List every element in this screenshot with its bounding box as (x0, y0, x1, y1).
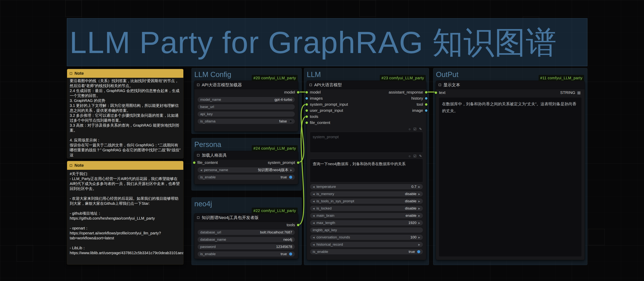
user-prompt-textarea[interactable]: 查询一下neo4j数据库，刘备和孙尚香在数据库中的关系 (310, 159, 423, 182)
widget-is-tools-in-sys-prompt[interactable]: is_tools_in_sys_prompt disable (310, 198, 423, 204)
collapse-icon[interactable] (197, 154, 200, 156)
widget-is-locked[interactable]: is_locked disable (310, 205, 423, 211)
port-dot[interactable] (306, 109, 308, 112)
toggle-off-icon[interactable] (289, 120, 292, 123)
note-header[interactable]: Note (67, 69, 183, 78)
output-port-history[interactable]: history (411, 96, 426, 101)
edit-icon[interactable]: ✎ (419, 154, 422, 158)
edit-icon[interactable]: ✎ (419, 127, 422, 131)
checkbox-icon[interactable]: ☑ (414, 154, 416, 158)
port-dot[interactable] (306, 97, 308, 100)
input-port-model[interactable]: model (307, 90, 321, 95)
note-body[interactable]: 要沿着图中的线（关系）找到答案，比如找到“爱因斯坦”的节点，然后沿着“老师”的线… (67, 77, 183, 157)
node-header[interactable]: 显示文本 (436, 81, 584, 89)
port-dot[interactable] (306, 122, 308, 124)
port-dot[interactable] (193, 161, 196, 164)
widget-label: persona_name (204, 168, 228, 172)
widget-historical-record[interactable]: historical_record (310, 242, 423, 247)
toggle-on-icon[interactable] (289, 176, 292, 179)
node-persona-loader[interactable]: #24 comfyui_LLM_party 加载人格面具 file_conten… (194, 151, 298, 184)
output-port-image[interactable]: image (412, 108, 426, 113)
collapse-icon[interactable] (70, 72, 72, 75)
node-api-llm[interactable]: #23 comfyui_LLM_party API大语言模型 model ass… (306, 81, 426, 260)
node-header[interactable]: API大语言模型加载器 (194, 81, 298, 89)
widget-is-enable[interactable]: is_enable true (198, 251, 295, 257)
port-dot[interactable] (425, 91, 428, 94)
widget-value: disable (405, 199, 416, 203)
widget-persona-name[interactable]: persona_name 知识图谱neo4j版本 (198, 167, 295, 173)
result-text-area[interactable]: 在数据库中，刘备和孙尚香之间的关系被定义为“丈夫”。这表明刘备是孙尚香的丈夫。 (439, 98, 582, 256)
output-port-tool[interactable]: tool (416, 102, 426, 107)
note-body[interactable]: #关于我们: - LLM_Party正在用心经营一片AI时代的后花园，我们希望能… (67, 170, 183, 264)
toggle-on-icon[interactable] (417, 250, 420, 253)
port-dot[interactable] (297, 91, 300, 94)
canvas-title[interactable]: LLM Party for GraphRAG 知识图谱 (70, 23, 557, 62)
node-header[interactable]: 加载人格面具 (194, 151, 298, 159)
output-port-assistant-response[interactable]: assistant_response (389, 90, 426, 95)
output-port-model[interactable]: model (284, 90, 298, 95)
widget-is-enable[interactable]: is_enable true (198, 174, 295, 180)
node-id-badge: #24 comfyui_LLM_party (252, 145, 298, 151)
port-dot[interactable] (425, 103, 428, 106)
note-node[interactable]: Note #关于我们: - LLM_Party正在用心经营一片AI时代的后花园，… (67, 161, 184, 265)
widget-max-length[interactable]: max_length 1920 (310, 220, 423, 226)
widget-imgbb-api-key[interactable]: imgbb_api_key (310, 227, 423, 233)
port-label: system_prompt (268, 160, 295, 165)
widget-base-url[interactable]: base_url (198, 104, 295, 110)
node-header[interactable]: 知识图谱Neo4j工具包开发者版 (194, 213, 298, 222)
widget-database-url[interactable]: database_url bolt://localhost:7687 (198, 229, 295, 235)
circle-icon[interactable]: ○ (409, 154, 411, 158)
input-port-file-content[interactable]: file_content (307, 120, 330, 125)
collapse-icon[interactable] (70, 164, 72, 167)
port-dot[interactable] (306, 103, 308, 106)
input-port-tools[interactable]: tools (307, 114, 318, 119)
collapse-icon[interactable] (310, 84, 312, 86)
port-dot[interactable] (306, 115, 308, 118)
output-port-system-prompt[interactable]: system_prompt (268, 160, 298, 165)
widget-label: imgbb_api_key (313, 228, 337, 232)
widget-main-brain[interactable]: main_brain enable (310, 213, 423, 218)
widget-label: is_tools_in_sys_prompt (316, 199, 354, 203)
widget-is-enable[interactable]: is_enable true (310, 249, 423, 254)
widget-conversation-rounds[interactable]: conversation_rounds 100 (310, 234, 423, 240)
port-dot[interactable] (435, 91, 437, 94)
port-label: file_content (198, 160, 218, 165)
port-dot[interactable] (306, 91, 308, 94)
node-header[interactable]: API大语言模型 (307, 81, 426, 89)
input-port-images[interactable]: images (307, 96, 323, 101)
input-port-user-prompt-input[interactable]: user_prompt_input (307, 108, 343, 113)
widget-label: conversation_rounds (316, 235, 350, 239)
note-header[interactable]: Note (67, 161, 183, 170)
node-neo4j-toolkit[interactable]: #22 comfyui_LLM_party 知识图谱Neo4j工具包开发者版 t… (194, 213, 298, 259)
input-port-system-prompt-input[interactable]: system_prompt_input (307, 102, 348, 107)
system-prompt-textarea[interactable]: system_prompt (310, 132, 423, 153)
node-api-llm-loader[interactable]: #20 comfyui_LLM_party API大语言模型加载器 model … (194, 81, 298, 132)
port-dot[interactable] (297, 161, 300, 164)
widget-password[interactable]: password 12345678 (198, 244, 295, 250)
port-dot[interactable] (425, 97, 428, 100)
grid-icon[interactable]: ▦ (577, 90, 581, 95)
widget-database-name[interactable]: database_name neo4j (198, 237, 295, 242)
toggle-on-icon[interactable] (289, 252, 292, 255)
checkbox-icon[interactable]: ☑ (414, 127, 416, 131)
widget-value: 0.7 (412, 185, 416, 189)
note-node[interactable]: Note 要沿着图中的线（关系）找到答案，比如找到“爱因斯坦”的节点，然后沿着“… (67, 69, 184, 159)
widget-temperature[interactable]: temperature 0.7 (310, 184, 423, 190)
input-port-text[interactable]: text (436, 90, 446, 95)
widget-is-ollama[interactable]: is_ollama false (198, 118, 295, 124)
collapse-icon[interactable] (439, 84, 441, 86)
node-canvas[interactable]: LLM Config Persona neo4j LLM OutPut LLM … (0, 0, 644, 281)
widget-is-memory[interactable]: is_memory disable (310, 191, 423, 197)
circle-icon[interactable]: ○ (409, 127, 411, 131)
port-dot[interactable] (297, 224, 300, 226)
widget-model-name[interactable]: model_name gpt-4-turbo (198, 97, 295, 103)
input-port-file-content[interactable]: file_content (194, 160, 218, 165)
port-label: tool (416, 102, 423, 107)
port-dot[interactable] (425, 109, 428, 112)
node-show-text[interactable]: #11 comfyui_LLM_party 显示文本 text STRING ▦… (436, 81, 585, 260)
port-label: model (310, 90, 321, 95)
widget-api-key[interactable]: api_key (198, 111, 295, 117)
collapse-icon[interactable] (197, 84, 200, 86)
output-port-tools[interactable]: tools (287, 223, 298, 227)
collapse-icon[interactable] (197, 216, 200, 219)
